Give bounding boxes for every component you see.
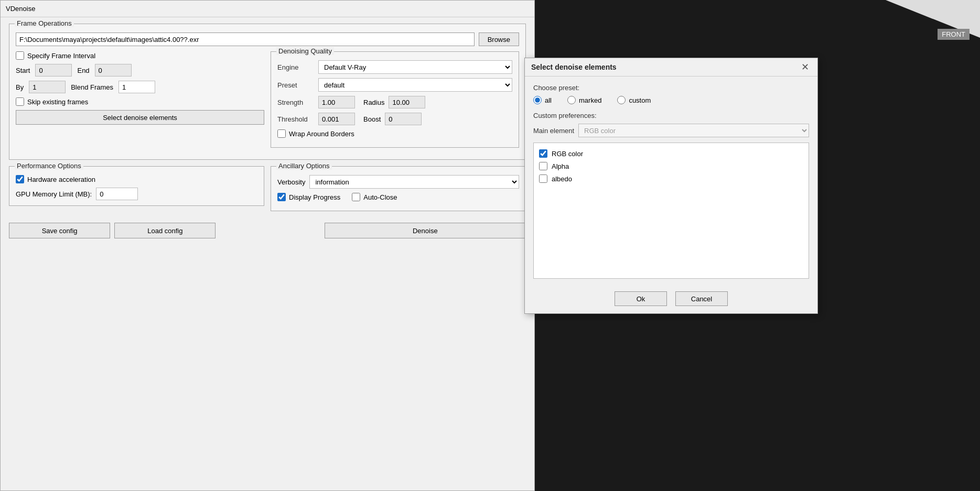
- ancillary-options-section: Ancillary Options Verbosity none errors …: [271, 166, 526, 217]
- preset-custom-label: custom: [629, 96, 651, 104]
- gpu-memory-input[interactable]: [96, 188, 138, 200]
- denoising-quality-title: Denoising Quality: [276, 47, 334, 55]
- preset-radio-row: all marked custom: [533, 96, 809, 104]
- denoising-quality-group: Denoising Quality Engine Default V-Ray N…: [271, 51, 519, 148]
- by-blend-row: By Blend Frames: [16, 81, 264, 93]
- by-input[interactable]: [29, 81, 66, 93]
- specify-frame-interval-row: Specify Frame Interval: [16, 51, 264, 60]
- hardware-acceleration-checkbox[interactable]: [16, 175, 24, 183]
- title-bar: VDenoise: [1, 1, 534, 17]
- load-config-button[interactable]: Load config: [114, 223, 216, 238]
- auto-close-label[interactable]: Auto-Close: [363, 193, 397, 201]
- select-denoise-dialog: Select denoise elements ✕ Choose preset:…: [524, 58, 818, 314]
- by-label: By: [16, 83, 24, 91]
- performance-options-section: Performance Options Hardware acceleratio…: [9, 166, 264, 217]
- strength-label: Strength: [277, 99, 314, 106]
- file-path-input[interactable]: [16, 32, 475, 46]
- element-item-albedo: albedo: [538, 172, 804, 185]
- main-element-label: Main element: [533, 127, 574, 135]
- radius-input[interactable]: [389, 96, 425, 108]
- dialog-ok-button[interactable]: Ok: [615, 291, 667, 306]
- start-input[interactable]: [35, 64, 72, 77]
- element-albedo-checkbox[interactable]: [539, 174, 547, 183]
- specify-frame-interval-label[interactable]: Specify Frame Interval: [27, 52, 95, 60]
- preset-custom-option[interactable]: custom: [617, 96, 651, 104]
- frame-operations-group: Frame Operations Browse Specify Frame In…: [9, 24, 526, 160]
- performance-options-group: Performance Options Hardware acceleratio…: [9, 166, 264, 206]
- dialog-close-button[interactable]: ✕: [799, 62, 811, 72]
- element-item-alpha: Alpha: [538, 160, 804, 172]
- skip-existing-checkbox[interactable]: [16, 97, 24, 106]
- denoise-button[interactable]: Denoise: [325, 223, 526, 238]
- dialog-cancel-button[interactable]: Cancel: [675, 291, 728, 306]
- threshold-boost-row: Threshold Boost: [277, 113, 512, 125]
- dialog-body: Choose preset: all marked custom Custom …: [525, 77, 817, 286]
- element-rgb-label: RGB color: [552, 150, 583, 158]
- main-element-row: Main element RGB color: [533, 124, 809, 137]
- preset-all-radio[interactable]: [533, 96, 542, 104]
- wrap-borders-label[interactable]: Wrap Around Borders: [289, 130, 354, 138]
- preset-label: Preset: [277, 81, 314, 89]
- hardware-accel-row: Hardware acceleration: [16, 175, 257, 183]
- main-panel: VDenoise Frame Operations Browse Spec: [0, 0, 535, 491]
- preset-custom-radio[interactable]: [617, 96, 626, 104]
- radius-label: Radius: [363, 99, 384, 106]
- frame-ops-right: Denoising Quality Engine Default V-Ray N…: [271, 51, 519, 154]
- select-denoise-button[interactable]: Select denoise elements: [16, 110, 264, 125]
- display-progress-auto-close-row: Display Progress Auto-Close: [277, 193, 519, 201]
- wrap-borders-checkbox[interactable]: [277, 129, 286, 138]
- preset-select[interactable]: default mild strong: [318, 78, 512, 92]
- main-element-select[interactable]: RGB color: [578, 124, 809, 137]
- bottom-sections: Performance Options Hardware acceleratio…: [9, 166, 526, 217]
- hardware-acceleration-label[interactable]: Hardware acceleration: [27, 176, 95, 183]
- dialog-title: Select denoise elements: [531, 63, 617, 71]
- end-input[interactable]: [95, 64, 132, 77]
- viewport-front-label: FRONT: [938, 29, 970, 40]
- preset-marked-label: marked: [579, 96, 601, 104]
- element-item-rgb: RGB color: [538, 147, 804, 160]
- preset-row: Preset default mild strong: [277, 78, 512, 92]
- gpu-memory-row: GPU Memory Limit (MB):: [16, 188, 257, 200]
- threshold-label: Threshold: [277, 115, 314, 123]
- preset-all-option[interactable]: all: [533, 96, 552, 104]
- engine-select[interactable]: Default V-Ray NVIDIA AI Denoiser Intel O…: [318, 60, 512, 74]
- bottom-buttons-row: Save config Load config Denoise: [9, 223, 526, 238]
- verbosity-select[interactable]: none errors warnings information debug: [309, 175, 519, 189]
- blend-frames-input[interactable]: [119, 81, 155, 93]
- boost-input[interactable]: [385, 113, 422, 125]
- file-path-row: Browse: [16, 32, 519, 46]
- strength-input[interactable]: [318, 96, 355, 108]
- elements-list: RGB color Alpha albedo: [533, 143, 809, 279]
- frame-ops-left: Specify Frame Interval Start End By: [16, 51, 264, 154]
- gpu-memory-label: GPU Memory Limit (MB):: [16, 190, 92, 198]
- preset-marked-option[interactable]: marked: [567, 96, 601, 104]
- skip-existing-row: Skip existing frames: [16, 97, 264, 106]
- frame-operations-title: Frame Operations: [15, 19, 74, 27]
- skip-existing-label[interactable]: Skip existing frames: [27, 98, 88, 106]
- preset-all-label: all: [545, 96, 552, 104]
- ancillary-options-title: Ancillary Options: [276, 162, 332, 170]
- browse-button[interactable]: Browse: [479, 32, 519, 46]
- display-progress-label[interactable]: Display Progress: [289, 193, 340, 201]
- element-rgb-checkbox[interactable]: [539, 149, 547, 158]
- auto-close-checkbox[interactable]: [352, 193, 360, 201]
- wrap-borders-row: Wrap Around Borders: [277, 129, 512, 138]
- threshold-input[interactable]: [318, 113, 355, 125]
- dialog-header: Select denoise elements ✕: [525, 58, 817, 77]
- preset-marked-radio[interactable]: [567, 96, 576, 104]
- dialog-footer: Ok Cancel: [525, 286, 817, 313]
- strength-radius-row: Strength Radius: [277, 96, 512, 108]
- verbosity-label: Verbosity: [277, 178, 305, 186]
- engine-label: Engine: [277, 63, 314, 71]
- specify-frame-interval-checkbox[interactable]: [16, 51, 24, 60]
- display-progress-checkbox[interactable]: [277, 193, 286, 201]
- ancillary-options-group: Ancillary Options Verbosity none errors …: [271, 166, 526, 211]
- save-config-button[interactable]: Save config: [9, 223, 110, 238]
- element-albedo-label: albedo: [552, 175, 572, 183]
- custom-preferences-label: Custom preferences:: [533, 112, 809, 119]
- element-alpha-checkbox[interactable]: [539, 162, 547, 170]
- verbosity-row: Verbosity none errors warnings informati…: [277, 175, 519, 189]
- element-alpha-label: Alpha: [552, 162, 569, 170]
- blend-frames-label: Blend Frames: [71, 83, 113, 91]
- frame-ops-columns: Specify Frame Interval Start End By: [16, 51, 519, 154]
